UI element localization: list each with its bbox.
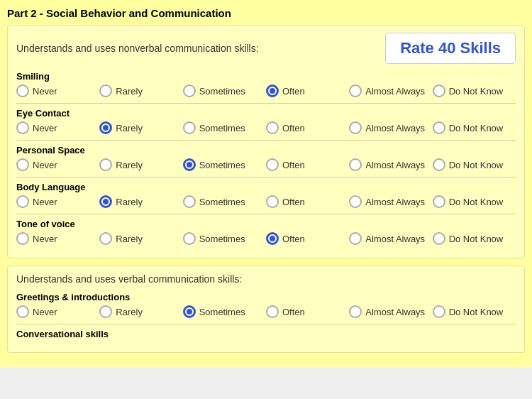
radio-smiling-never[interactable]: Never [16,84,99,97]
radio-label-gr-never: Never [33,307,57,317]
radio-circle-tv-often[interactable] [266,232,279,245]
radio-smiling-sometimes[interactable]: Sometimes [183,84,266,97]
radio-circle-ps-almost-always[interactable] [349,158,362,171]
rate-badge: Rate 40 Skills [385,33,516,64]
radio-eye-often[interactable]: Often [266,121,349,134]
radio-circle-eye-rarely[interactable] [99,121,112,134]
divider-smiling [16,103,516,104]
radio-gr-rarely[interactable]: Rarely [99,305,182,318]
radio-circle-bl-sometimes[interactable] [183,195,196,208]
radio-bl-almost-always[interactable]: Almost Always [349,195,432,208]
radio-gr-do-not-know[interactable]: Do Not Know [433,305,516,318]
radio-row-tone-of-voice: Never Rarely Sometimes Often Almost Alwa… [16,232,516,245]
radio-tv-never[interactable]: Never [16,232,99,245]
skill-smiling: Smiling Never Rarely Sometimes Often [16,71,516,97]
radio-circle-tv-almost-always[interactable] [349,232,362,245]
radio-circle-smiling-do-not-know[interactable] [433,84,445,97]
skill-label-tone-of-voice: Tone of voice [16,219,516,229]
radio-circle-eye-often[interactable] [266,121,279,134]
card-header-verbal: Understands and uses verbal communicatio… [16,273,516,285]
radio-circle-bl-do-not-know[interactable] [433,195,445,208]
radio-tv-almost-always[interactable]: Almost Always [349,232,432,245]
skill-label-greetings: Greetings & introductions [16,292,516,302]
card-nonverbal: Understands and uses nonverbal communica… [7,25,525,258]
radio-label-eye-do-not-know: Do Not Know [449,123,504,133]
radio-tv-often[interactable]: Often [266,232,349,245]
radio-row-body-language: Never Rarely Sometimes Often Almost Alwa… [16,195,516,208]
radio-ps-rarely[interactable]: Rarely [99,158,182,171]
radio-circle-eye-sometimes[interactable] [183,121,196,134]
radio-ps-do-not-know[interactable]: Do Not Know [433,158,516,171]
card-verbal: Understands and uses verbal communicatio… [7,266,525,353]
radio-ps-never[interactable]: Never [16,158,99,171]
radio-bl-sometimes[interactable]: Sometimes [183,195,266,208]
radio-ps-often[interactable]: Often [266,158,349,171]
radio-circle-ps-never[interactable] [16,158,29,171]
radio-circle-gr-sometimes[interactable] [183,305,196,318]
radio-circle-bl-often[interactable] [266,195,279,208]
radio-circle-ps-often[interactable] [266,158,279,171]
radio-circle-tv-rarely[interactable] [99,232,112,245]
radio-circle-smiling-never[interactable] [16,84,29,97]
radio-bl-never[interactable]: Never [16,195,99,208]
radio-circle-bl-rarely[interactable] [99,195,112,208]
radio-label-eye-never: Never [33,123,57,133]
radio-eye-do-not-know[interactable]: Do Not Know [433,121,516,134]
radio-circle-ps-do-not-know[interactable] [433,158,445,171]
radio-bl-often[interactable]: Often [266,195,349,208]
radio-tv-do-not-know[interactable]: Do Not Know [433,232,516,245]
radio-circle-gr-almost-always[interactable] [349,305,362,318]
radio-label-smiling-sometimes: Sometimes [199,86,245,97]
radio-circle-tv-never[interactable] [16,232,29,245]
radio-label-ps-sometimes: Sometimes [199,160,245,170]
radio-gr-almost-always[interactable]: Almost Always [349,305,432,318]
radio-ps-almost-always[interactable]: Almost Always [349,158,432,171]
radio-circle-ps-sometimes[interactable] [183,158,196,171]
radio-circle-smiling-rarely[interactable] [99,84,112,97]
radio-bl-rarely[interactable]: Rarely [99,195,182,208]
radio-label-ps-never: Never [33,160,57,170]
radio-smiling-often[interactable]: Often [266,84,349,97]
radio-circle-eye-almost-always[interactable] [349,121,362,134]
radio-eye-almost-always[interactable]: Almost Always [349,121,432,134]
radio-eye-never[interactable]: Never [16,121,99,134]
radio-gr-sometimes[interactable]: Sometimes [183,305,266,318]
skill-label-body-language: Body Language [16,182,516,192]
radio-label-tv-sometimes: Sometimes [199,234,245,244]
radio-circle-gr-do-not-know[interactable] [433,305,445,318]
section-title: Part 2 - Social Behavior and Communicati… [7,7,525,19]
radio-bl-do-not-know[interactable]: Do Not Know [433,195,516,208]
radio-circle-ps-rarely[interactable] [99,158,112,171]
radio-smiling-almost-always[interactable]: Almost Always [349,84,432,97]
radio-label-ps-often: Often [282,160,305,170]
radio-circle-gr-never[interactable] [16,305,29,318]
radio-smiling-do-not-know[interactable]: Do Not Know [433,84,516,97]
radio-tv-rarely[interactable]: Rarely [99,232,182,245]
divider-body-language [16,214,516,214]
radio-eye-rarely[interactable]: Rarely [99,121,182,134]
radio-gr-never[interactable]: Never [16,305,99,318]
radio-circle-tv-sometimes[interactable] [183,232,196,245]
radio-label-bl-often: Often [282,197,305,207]
radio-circle-bl-never[interactable] [16,195,29,208]
radio-gr-often[interactable]: Often [266,305,349,318]
radio-circle-bl-almost-always[interactable] [349,195,362,208]
radio-ps-sometimes[interactable]: Sometimes [183,158,266,171]
radio-circle-smiling-sometimes[interactable] [183,84,196,97]
radio-tv-sometimes[interactable]: Sometimes [183,232,266,245]
radio-label-smiling-almost-always: Almost Always [365,86,425,97]
radio-row-personal-space: Never Rarely Sometimes Often Almost Alwa… [16,158,516,171]
radio-circle-eye-never[interactable] [16,121,29,134]
radio-eye-sometimes[interactable]: Sometimes [183,121,266,134]
radio-circle-smiling-often[interactable] [266,84,279,97]
radio-circle-tv-do-not-know[interactable] [433,232,445,245]
radio-label-tv-do-not-know: Do Not Know [449,234,504,244]
radio-smiling-rarely[interactable]: Rarely [99,84,182,97]
divider-personal-space [16,177,516,177]
radio-circle-gr-rarely[interactable] [99,305,112,318]
radio-row-eye-contact: Never Rarely Sometimes Often Almost Alwa… [16,121,516,134]
radio-circle-eye-do-not-know[interactable] [433,121,445,134]
radio-label-smiling-rarely: Rarely [116,86,143,97]
radio-circle-gr-often[interactable] [266,305,279,318]
radio-circle-smiling-almost-always[interactable] [349,84,362,97]
